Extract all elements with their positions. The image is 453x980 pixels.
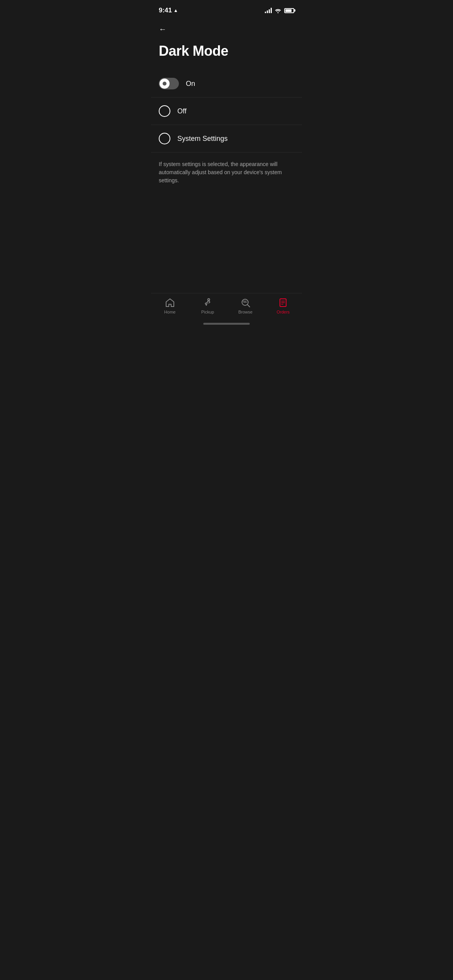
back-button[interactable]: ← [159, 23, 166, 35]
signal-bars-icon [265, 8, 272, 13]
tab-home[interactable]: Home [151, 297, 189, 314]
location-arrow-icon: ▲ [173, 8, 178, 13]
pickup-icon [202, 297, 213, 308]
svg-line-2 [247, 305, 250, 307]
orders-icon [278, 297, 288, 308]
browse-tab-label: Browse [238, 310, 252, 314]
off-radio[interactable] [159, 105, 170, 117]
home-tab-label: Home [164, 310, 175, 314]
content: On Off System Settings If system setting… [151, 70, 302, 293]
home-icon [165, 297, 175, 308]
battery-icon [284, 8, 294, 13]
option-system[interactable]: System Settings [151, 125, 302, 152]
status-bar: 9:41 ▲ [151, 0, 302, 19]
system-radio[interactable] [159, 133, 170, 144]
page-title: Dark Mode [159, 43, 294, 59]
tab-orders[interactable]: Orders [264, 297, 302, 314]
option-off[interactable]: Off [151, 98, 302, 125]
toggle-thumb [160, 79, 170, 89]
off-label: Off [177, 107, 187, 115]
orders-tab-label: Orders [276, 310, 290, 314]
on-label: On [186, 80, 195, 88]
on-toggle[interactable] [159, 78, 179, 89]
status-icons [265, 8, 294, 13]
info-text: If system settings is selected, the appe… [151, 152, 302, 192]
svg-point-0 [208, 299, 210, 301]
browse-icon [240, 297, 251, 308]
system-label: System Settings [177, 135, 228, 143]
tab-bar: Home Pickup Browse [151, 293, 302, 324]
home-indicator [151, 324, 302, 327]
tab-browse[interactable]: Browse [226, 297, 264, 314]
home-bar [203, 323, 250, 325]
pickup-tab-label: Pickup [201, 310, 214, 314]
tab-pickup[interactable]: Pickup [189, 297, 227, 314]
wifi-icon [275, 8, 281, 13]
status-time: 9:41 ▲ [159, 7, 178, 14]
option-on[interactable]: On [151, 70, 302, 98]
toggle-dot [163, 82, 166, 86]
header: ← Dark Mode [151, 19, 302, 70]
